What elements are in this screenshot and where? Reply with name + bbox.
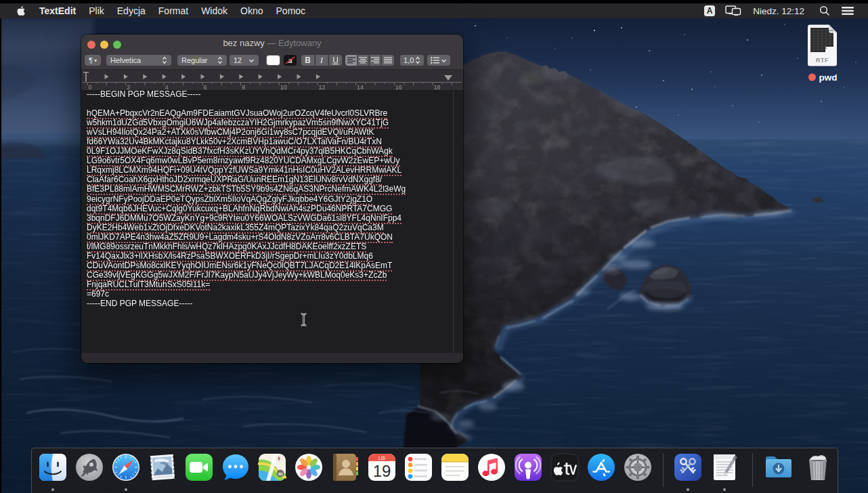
svg-text:19: 19 — [373, 462, 391, 480]
svg-text:18: 18 — [433, 84, 440, 91]
svg-text:3D: 3D — [278, 472, 282, 476]
svg-text:pwd: pwd — [819, 72, 838, 83]
svg-text:LIS: LIS — [378, 456, 385, 460]
svg-text:RTF: RTF — [816, 57, 829, 64]
